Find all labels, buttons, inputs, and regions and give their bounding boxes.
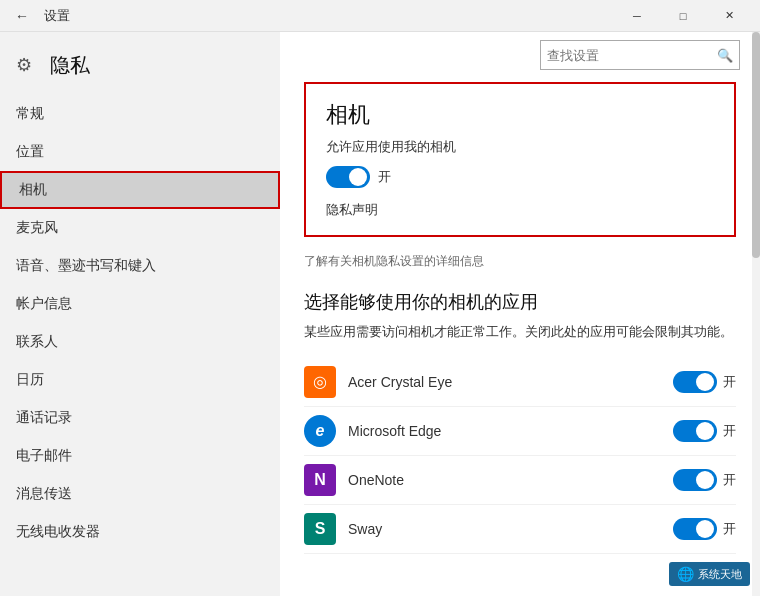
camera-subtitle: 允许应用使用我的相机 (326, 138, 714, 156)
acer-name: Acer Crystal Eye (348, 374, 673, 390)
camera-title: 相机 (326, 100, 714, 130)
sidebar-item-camera[interactable]: 相机 (0, 171, 280, 209)
search-icon: 🔍 (717, 48, 733, 63)
toggle-knob (696, 471, 714, 489)
toggle-knob (696, 422, 714, 440)
close-icon: ✕ (725, 9, 734, 22)
acer-toggle[interactable] (673, 371, 717, 393)
list-item: e Microsoft Edge 开 (304, 407, 736, 456)
sidebar-header: ⚙ 隐私 (0, 40, 280, 95)
onenote-name: OneNote (348, 472, 673, 488)
sidebar-item-contacts[interactable]: 联系人 (0, 323, 280, 361)
title-bar-controls: ─ □ ✕ (614, 0, 752, 32)
list-item: S Sway 开 (304, 505, 736, 554)
privacy-link[interactable]: 隐私声明 (326, 202, 378, 217)
back-icon: ← (15, 8, 29, 24)
sidebar-item-calllog[interactable]: 通话记录 (0, 399, 280, 437)
scrollbar-thumb[interactable] (752, 32, 760, 258)
list-item: N OneNote 开 (304, 456, 736, 505)
sidebar-item-email[interactable]: 电子邮件 (0, 437, 280, 475)
sway-toggle-row: 开 (673, 518, 736, 540)
title-bar: ← 设置 ─ □ ✕ (0, 0, 760, 32)
sway-icon: S (304, 513, 336, 545)
toggle-knob (349, 168, 367, 186)
edge-toggle-label: 开 (723, 422, 736, 440)
back-button[interactable]: ← (8, 2, 36, 30)
maximize-button[interactable]: □ (660, 0, 706, 32)
sidebar: ⚙ 隐私 常规 位置 相机 麦克风 语音、墨迹书写和键入 帐户信息 联系人 日历… (0, 32, 280, 596)
camera-box: 相机 允许应用使用我的相机 开 隐私声明 (304, 82, 736, 237)
sway-name: Sway (348, 521, 673, 537)
sidebar-item-messaging[interactable]: 消息传送 (0, 475, 280, 513)
search-bar: 🔍 (540, 40, 740, 70)
camera-toggle-row: 开 (326, 166, 714, 188)
onenote-toggle-label: 开 (723, 471, 736, 489)
onenote-icon: N (304, 464, 336, 496)
apps-section-title: 选择能够使用你的相机的应用 (304, 290, 736, 314)
acer-icon: ◎ (304, 366, 336, 398)
sidebar-item-calendar[interactable]: 日历 (0, 361, 280, 399)
edge-name: Microsoft Edge (348, 423, 673, 439)
acer-toggle-row: 开 (673, 371, 736, 393)
toggle-knob (696, 373, 714, 391)
maximize-icon: □ (680, 10, 687, 22)
list-item: ◎ Acer Crystal Eye 开 (304, 358, 736, 407)
title-bar-title: 设置 (44, 7, 70, 25)
toggle-knob (696, 520, 714, 538)
onenote-toggle-row: 开 (673, 469, 736, 491)
minimize-button[interactable]: ─ (614, 0, 660, 32)
sidebar-item-general[interactable]: 常规 (0, 95, 280, 133)
edge-icon: e (304, 415, 336, 447)
close-button[interactable]: ✕ (706, 0, 752, 32)
search-wrapper: 🔍 (540, 40, 740, 70)
sway-toggle[interactable] (673, 518, 717, 540)
content-area: 🔍 相机 允许应用使用我的相机 开 隐私声明 了解有关相机隐私设置的详细信息 选… (280, 32, 760, 596)
apps-section-desc: 某些应用需要访问相机才能正常工作。关闭此处的应用可能会限制其功能。 (304, 322, 736, 342)
sway-toggle-label: 开 (723, 520, 736, 538)
edge-toggle-row: 开 (673, 420, 736, 442)
sidebar-item-radios[interactable]: 无线电收发器 (0, 513, 280, 551)
watermark-globe-icon: 🌐 (677, 566, 694, 582)
camera-toggle[interactable] (326, 166, 370, 188)
watermark: 🌐 系统天地 (669, 562, 750, 586)
acer-toggle-label: 开 (723, 373, 736, 391)
sidebar-title: 隐私 (50, 52, 90, 79)
app-list: ◎ Acer Crystal Eye 开 e Microsoft Edge (304, 358, 736, 554)
edge-toggle[interactable] (673, 420, 717, 442)
minimize-icon: ─ (633, 10, 641, 22)
gear-icon: ⚙ (16, 54, 40, 78)
onenote-toggle[interactable] (673, 469, 717, 491)
sidebar-item-speech[interactable]: 语音、墨迹书写和键入 (0, 247, 280, 285)
camera-toggle-label: 开 (378, 168, 391, 186)
search-input[interactable] (547, 48, 717, 63)
watermark-text: 系统天地 (698, 567, 742, 582)
scrollbar-track (752, 32, 760, 596)
content-inner: 相机 允许应用使用我的相机 开 隐私声明 了解有关相机隐私设置的详细信息 选择能… (280, 32, 760, 578)
sidebar-item-account[interactable]: 帐户信息 (0, 285, 280, 323)
info-text: 了解有关相机隐私设置的详细信息 (304, 253, 736, 270)
main-container: ⚙ 隐私 常规 位置 相机 麦克风 语音、墨迹书写和键入 帐户信息 联系人 日历… (0, 32, 760, 596)
sidebar-item-microphone[interactable]: 麦克风 (0, 209, 280, 247)
sidebar-item-location[interactable]: 位置 (0, 133, 280, 171)
